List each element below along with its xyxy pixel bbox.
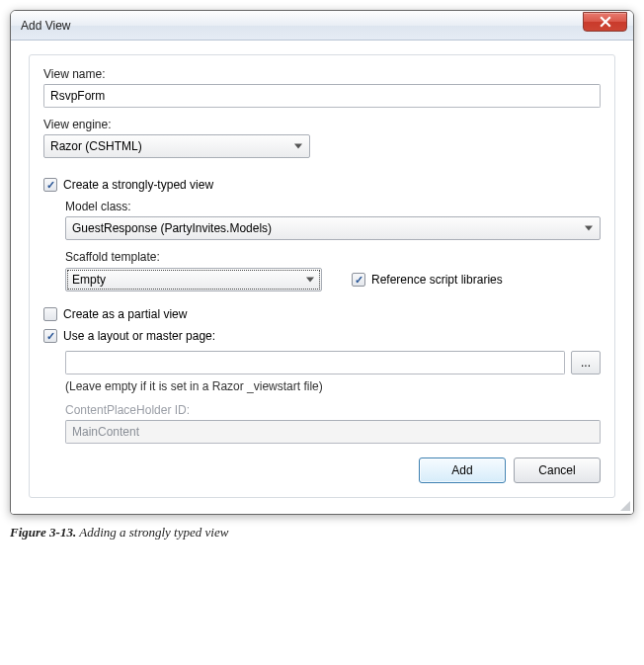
partial-view-checkbox[interactable] xyxy=(43,307,57,321)
scaffold-template-label: Scaffold template: xyxy=(65,250,601,264)
layout-path-input[interactable] xyxy=(65,351,565,374)
inner-panel: View name: View engine: Razor (CSHTML) C… xyxy=(29,54,615,498)
reference-scripts-checkbox[interactable] xyxy=(352,273,365,287)
partial-view-label: Create as a partial view xyxy=(63,307,187,321)
close-icon xyxy=(600,16,611,28)
use-layout-checkbox[interactable] xyxy=(43,329,57,343)
caption-prefix: Figure 3-13. xyxy=(10,525,76,540)
resize-grip[interactable] xyxy=(618,499,630,511)
browse-layout-button[interactable]: ... xyxy=(571,351,601,374)
dialog-content: View name: View engine: Razor (CSHTML) C… xyxy=(11,41,633,514)
window-title: Add View xyxy=(21,19,583,33)
close-button[interactable] xyxy=(583,12,627,32)
caption-text: Adding a strongly typed view xyxy=(76,525,228,540)
strongly-typed-checkbox[interactable] xyxy=(43,178,57,192)
model-class-select[interactable]: GuestResponse (PartyInvites.Models) xyxy=(65,216,601,240)
view-name-label: View name: xyxy=(43,67,601,81)
content-placeholder-label: ContentPlaceHolder ID: xyxy=(65,403,601,417)
content-placeholder-input xyxy=(65,420,601,444)
layout-hint: (Leave empty if it is set in a Razor _vi… xyxy=(65,379,601,393)
strongly-typed-label: Create a strongly-typed view xyxy=(63,178,213,192)
model-class-select-wrap: GuestResponse (PartyInvites.Models) xyxy=(65,216,601,240)
figure-caption: Figure 3-13. Adding a strongly typed vie… xyxy=(10,525,634,540)
use-layout-label: Use a layout or master page: xyxy=(63,329,215,343)
view-name-input[interactable] xyxy=(43,84,601,108)
scaffold-select-wrap: Empty xyxy=(65,268,322,291)
cancel-button[interactable]: Cancel xyxy=(514,457,601,483)
add-button[interactable]: Add xyxy=(419,457,506,483)
titlebar: Add View xyxy=(11,11,633,41)
view-engine-select[interactable]: Razor (CSHTML) xyxy=(43,134,310,158)
view-engine-label: View engine: xyxy=(43,118,601,131)
scaffold-template-select[interactable]: Empty xyxy=(65,268,322,291)
model-class-label: Model class: xyxy=(65,200,601,213)
reference-scripts-label: Reference script libraries xyxy=(371,273,503,287)
add-view-dialog: Add View View name: View engine: Razor (… xyxy=(10,10,634,515)
view-engine-select-wrap: Razor (CSHTML) xyxy=(43,134,310,158)
